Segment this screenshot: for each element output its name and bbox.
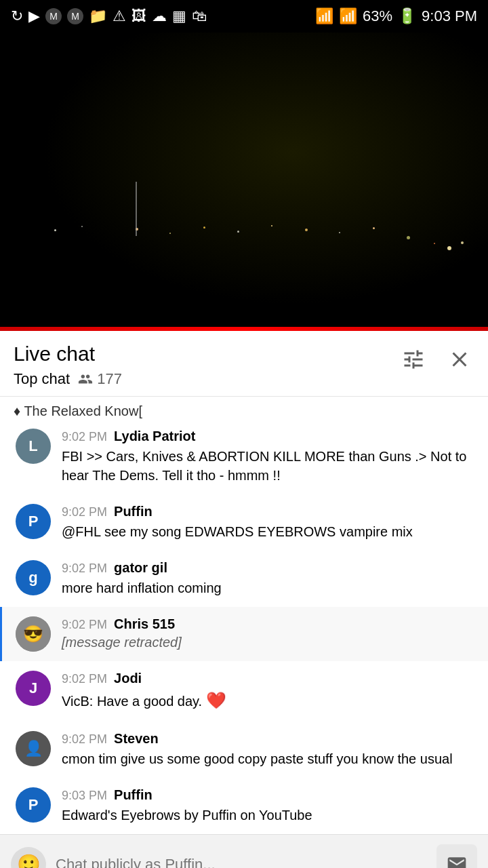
viewer-count: 177: [78, 370, 122, 388]
live-chat-container: Live chat Top chat 177: [0, 331, 488, 868]
message-text: @FHL see my song EDWARDS EYEBROWS vampir…: [62, 522, 474, 541]
video-player[interactable]: [0, 33, 488, 331]
status-icons-left: ↻ ▶ M M 📁 ⚠ 🖼 ☁ ▦ 🛍: [11, 7, 207, 25]
chat-message: J 9:02 PM Jodi VicB: Have a good day. ❤️: [0, 661, 488, 722]
message-time: 9:02 PM: [62, 561, 107, 576]
live-chat-title: Live chat: [14, 342, 122, 366]
m2-icon: M: [67, 8, 83, 24]
message-content: 9:02 PM Lydia Patriot FBI >> Cars, Knive…: [62, 429, 474, 485]
message-text: more hard inflation coming: [62, 578, 474, 597]
city-lights: [0, 222, 488, 277]
chat-message: g 9:02 PM gator gil more hard inflation …: [0, 551, 488, 607]
chat-input[interactable]: [56, 856, 427, 868]
chat-header: Live chat Top chat 177: [0, 331, 488, 388]
chat-message: 👤 9:02 PM Steven cmon tim give us some g…: [0, 722, 488, 778]
message-time: 9:02 PM: [62, 505, 107, 519]
wifi-icon: 📶: [315, 7, 333, 25]
emoji-icon: 🙂: [17, 853, 41, 868]
heart-emoji: ❤️: [206, 691, 226, 709]
message-content: 9:02 PM Jodi VicB: Have a good day. ❤️: [62, 671, 474, 712]
battery-percent: 63%: [363, 7, 392, 25]
status-bar: ↻ ▶ M M 📁 ⚠ 🖼 ☁ ▦ 🛍 📶 📶 63% 🔋 9:03 PM: [0, 0, 488, 33]
bag-icon: 🛍: [192, 7, 207, 25]
message-author: Puffin: [114, 504, 152, 519]
message-content: 9:02 PM Steven cmon tim give us some goo…: [62, 731, 474, 768]
m-icon: M: [45, 8, 62, 24]
chat-header-left: Live chat Top chat 177: [14, 342, 122, 388]
message-meta: 9:02 PM Lydia Patriot: [62, 429, 474, 444]
message-meta: 9:02 PM Jodi: [62, 671, 474, 686]
send-button[interactable]: [436, 844, 477, 868]
video-background: [0, 33, 488, 331]
message-time: 9:02 PM: [62, 672, 107, 686]
filter-icon: [401, 347, 426, 372]
message-text: VicB: Have a good day. ❤️: [62, 689, 474, 712]
avatar: P: [16, 787, 51, 823]
message-content: 9:02 PM Chris 515 [message retracted]: [62, 616, 474, 650]
message-text: cmon tim give us some good copy paste st…: [62, 749, 474, 768]
message-text: Edward's Eyebrows by Puffin on YouTube: [62, 806, 474, 825]
signal-icon: 📶: [339, 7, 357, 25]
avatar: J: [16, 671, 51, 706]
message-author: Puffin: [114, 787, 152, 803]
chat-messages: L 9:02 PM Lydia Patriot FBI >> Cars, Kni…: [0, 419, 488, 834]
youtube-icon: ▶: [28, 7, 40, 25]
people-icon: [78, 372, 93, 387]
folder-icon: 📁: [89, 7, 107, 25]
partial-message-text: ♦ The Relaxed Know[: [14, 403, 142, 418]
avatar: 😎: [16, 616, 51, 652]
message-time: 9:02 PM: [62, 430, 107, 444]
cloud-icon: ☁: [152, 7, 167, 25]
message-time: 9:02 PM: [62, 618, 107, 632]
status-icons-right: 📶 📶 63% 🔋 9:03 PM: [315, 7, 477, 25]
message-meta: 9:02 PM Puffin: [62, 504, 474, 519]
message-time: 9:03 PM: [62, 789, 107, 803]
calendar-icon: ▦: [172, 7, 186, 25]
message-author: Chris 515: [114, 616, 175, 632]
battery-icon: 🔋: [398, 7, 416, 25]
viewer-count-number: 177: [97, 370, 122, 388]
send-icon: [446, 854, 468, 868]
message-text: FBI >> Cars, Knives & ABORTION KILL MORE…: [62, 447, 474, 485]
message-meta: 9:02 PM gator gil: [62, 560, 474, 576]
clock: 9:03 PM: [422, 7, 477, 25]
message-retracted-text: [message retracted]: [62, 635, 474, 650]
message-author: Steven: [114, 731, 159, 747]
message-author: gator gil: [114, 560, 167, 576]
alert-icon: ⚠: [113, 7, 126, 25]
avatar: L: [16, 429, 51, 464]
sync-icon: ↻: [11, 7, 23, 25]
chat-message-retracted: 😎 9:02 PM Chris 515 [message retracted]: [0, 607, 488, 661]
chat-header-right: [399, 344, 474, 374]
chat-message: P 9:02 PM Puffin @FHL see my song EDWARD…: [0, 494, 488, 551]
message-content: 9:03 PM Puffin Edward's Eyebrows by Puff…: [62, 787, 474, 825]
chat-subheader: Top chat 177: [14, 370, 122, 388]
message-author: Jodi: [114, 671, 142, 686]
photos-icon: 🖼: [131, 7, 146, 25]
message-content: 9:02 PM gator gil more hard inflation co…: [62, 560, 474, 597]
chat-message: P 9:03 PM Puffin Edward's Eyebrows by Pu…: [0, 778, 488, 834]
message-author: Lydia Patriot: [114, 429, 195, 444]
partial-message: ♦ The Relaxed Know[: [0, 397, 488, 419]
close-button[interactable]: [445, 344, 474, 374]
top-chat-label[interactable]: Top chat: [14, 370, 70, 388]
chat-message: L 9:02 PM Lydia Patriot FBI >> Cars, Kni…: [0, 419, 488, 494]
avatar: g: [16, 560, 51, 595]
chat-input-area: 🙂: [0, 834, 488, 868]
message-meta: 9:03 PM Puffin: [62, 787, 474, 803]
emoji-button[interactable]: 🙂: [11, 847, 46, 868]
youtube-red-bar: [0, 327, 488, 331]
message-meta: 9:02 PM Chris 515: [62, 616, 474, 632]
message-time: 9:02 PM: [62, 732, 107, 747]
message-meta: 9:02 PM Steven: [62, 731, 474, 747]
close-icon: [447, 347, 472, 372]
filter-button[interactable]: [399, 344, 428, 374]
avatar: 👤: [16, 731, 51, 766]
avatar: P: [16, 504, 51, 539]
message-content: 9:02 PM Puffin @FHL see my song EDWARDS …: [62, 504, 474, 541]
